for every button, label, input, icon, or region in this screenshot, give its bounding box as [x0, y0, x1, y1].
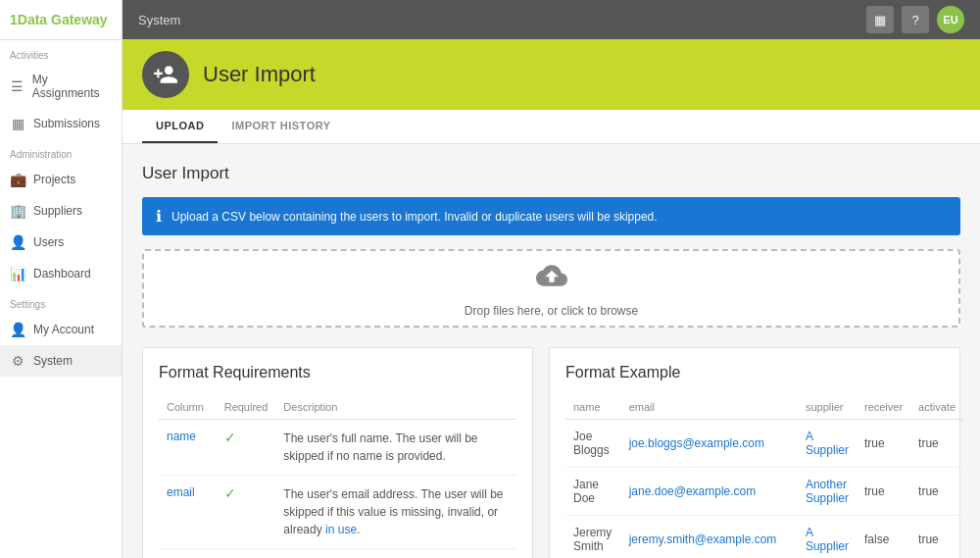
upload-icon: [536, 260, 567, 298]
users-label: Users: [33, 235, 64, 249]
table-row: Joe Bloggsjoe.bloggs@example.comA Suppli…: [565, 420, 963, 468]
system-label: System: [33, 354, 73, 368]
grid-icon[interactable]: ▦: [866, 6, 894, 33]
format-example-title: Format Example: [565, 364, 944, 381]
tab-import-history[interactable]: IMPORT HISTORY: [218, 110, 344, 143]
main-area: System ▦ ? EU User Import UPLOAD IMPORT …: [122, 0, 980, 558]
example-header-email: email: [621, 395, 798, 420]
my-account-label: My Account: [33, 323, 94, 336]
format-row: Format Requirements Column Required Desc…: [142, 347, 960, 558]
example-cell-receiver: true: [857, 468, 910, 516]
example-cell-email: jeremy.smith@example.com: [621, 516, 798, 559]
example-cell-activate: true: [910, 516, 963, 559]
help-icon[interactable]: ?: [902, 6, 929, 33]
table-row: name✓The user's full name. The user will…: [159, 420, 516, 476]
example-table: nameemailsupplierreceiveractivate Joe Bl…: [565, 395, 963, 558]
req-col-required: ✓: [217, 476, 276, 549]
check-icon: ✓: [224, 430, 236, 445]
sidebar: 1Data Gateway Activities☰My Assignments▦…: [0, 0, 122, 558]
req-col-name: name: [159, 420, 217, 476]
table-row: Jeremy Smithjeremy.smith@example.comA Su…: [565, 516, 963, 559]
topbar-title: System: [138, 13, 180, 27]
example-cell-receiver: true: [857, 420, 910, 468]
suppliers-icon: 🏢: [10, 203, 25, 219]
submissions-icon: ▦: [10, 116, 25, 131]
sidebar-item-projects[interactable]: 💼Projects: [0, 164, 122, 195]
dashboard-label: Dashboard: [33, 267, 91, 280]
req-col-name: supplier: [159, 549, 217, 559]
tab-upload[interactable]: UPLOAD: [142, 110, 218, 143]
info-icon: ℹ: [156, 207, 162, 226]
system-icon: ⚙: [10, 353, 25, 369]
projects-label: Projects: [33, 173, 75, 186]
sidebar-section-label: Administration: [0, 139, 122, 164]
example-cell-name: Jeremy Smith: [565, 516, 621, 559]
user-avatar[interactable]: EU: [937, 6, 964, 33]
sidebar-item-dashboard[interactable]: 📊Dashboard: [0, 258, 122, 289]
example-cell-supplier: A Supplier: [798, 420, 857, 468]
requirements-table: Column Required Description name✓The use…: [159, 395, 516, 558]
section-title: User Import: [142, 164, 960, 183]
example-cell-supplier: Another Supplier: [798, 468, 857, 516]
info-banner: ℹ Upload a CSV below containing the user…: [142, 197, 960, 235]
example-cell-name: Joe Bloggs: [565, 420, 621, 468]
example-cell-supplier: A Supplier: [798, 516, 857, 559]
example-header-activate: activate: [910, 395, 963, 420]
sidebar-item-my-assignments[interactable]: ☰My Assignments: [0, 65, 122, 108]
users-icon: 👤: [10, 234, 25, 250]
example-cell-email: joe.bloggs@example.com: [621, 420, 798, 468]
req-col-required: ✗: [217, 549, 276, 559]
my-assignments-icon: ☰: [10, 78, 24, 94]
table-row: Jane Doejane.doe@example.comAnother Supp…: [565, 468, 963, 516]
submissions-label: Submissions: [33, 117, 100, 130]
page-header-icon: [142, 51, 189, 98]
example-cell-receiver: false: [857, 516, 910, 559]
col-header-description: Description: [275, 395, 516, 420]
table-row: email✓The user's email address. The user…: [159, 476, 516, 549]
req-col-description: The user's full name. The user will be s…: [275, 420, 516, 476]
topbar: System ▦ ? EU: [122, 0, 980, 39]
format-example-card: Format Example nameemailsupplierreceiver…: [549, 347, 960, 558]
projects-icon: 💼: [10, 172, 25, 187]
logo-accent: 1: [10, 12, 18, 27]
example-cell-activate: true: [910, 468, 963, 516]
sidebar-item-my-account[interactable]: 👤My Account: [0, 314, 122, 345]
col-header-required: Required: [217, 395, 276, 420]
sidebar-item-system[interactable]: ⚙System: [0, 345, 122, 377]
req-col-name: email: [159, 476, 217, 549]
dashboard-icon: 📊: [10, 266, 25, 281]
info-banner-text: Upload a CSV below containing the users …: [172, 210, 658, 224]
my-assignments-label: My Assignments: [32, 73, 112, 100]
example-header-name: name: [565, 395, 621, 420]
page-header: User Import: [122, 39, 980, 110]
page-header-title: User Import: [203, 62, 316, 87]
example-header-receiver: receiver: [857, 395, 910, 420]
example-cell-activate: true: [910, 420, 963, 468]
sidebar-item-suppliers[interactable]: 🏢Suppliers: [0, 195, 122, 227]
col-header-column: Column: [159, 395, 217, 420]
format-requirements-card: Format Requirements Column Required Desc…: [142, 347, 533, 558]
suppliers-label: Suppliers: [33, 204, 82, 218]
sidebar-section-label: Activities: [0, 40, 122, 65]
sidebar-item-users[interactable]: 👤Users: [0, 227, 122, 258]
table-row: supplier✗The name of the supplier to ass…: [159, 549, 516, 559]
example-cell-email: jane.doe@example.com: [621, 468, 798, 516]
example-header-supplier: supplier: [798, 395, 857, 420]
format-requirements-title: Format Requirements: [159, 364, 516, 381]
tabs-bar: UPLOAD IMPORT HISTORY: [122, 110, 980, 144]
app-logo: 1Data Gateway: [0, 0, 122, 40]
req-col-description: The user's email address. The user will …: [275, 476, 516, 549]
req-col-required: ✓: [217, 420, 276, 476]
req-col-description: The name of the supplier to assign the u…: [275, 549, 516, 559]
my-account-icon: 👤: [10, 322, 25, 337]
file-dropzone[interactable]: Drop files here, or click to browse: [142, 249, 960, 328]
sidebar-section-label: Settings: [0, 289, 122, 314]
content-area: User Import ℹ Upload a CSV below contain…: [122, 144, 980, 558]
sidebar-item-submissions[interactable]: ▦Submissions: [0, 108, 122, 139]
dropzone-text: Drop files here, or click to browse: [465, 304, 638, 318]
example-cell-name: Jane Doe: [565, 468, 621, 516]
topbar-actions: ▦ ? EU: [866, 6, 964, 33]
check-icon: ✓: [224, 485, 236, 501]
